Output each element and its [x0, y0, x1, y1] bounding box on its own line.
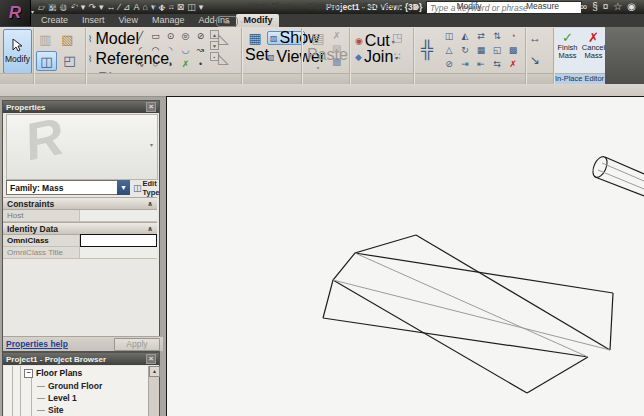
geometry-panel-label: Geometry: [350, 1, 412, 11]
project-browser-tree: − Floor Plans Ground Floor Level 1 Site …: [4, 366, 148, 416]
move-tool-icon[interactable]: ╬: [417, 32, 437, 68]
modify-tool-icon[interactable]: ◱: [489, 43, 505, 57]
property-input-focused[interactable]: [80, 234, 157, 247]
viewer-button[interactable]: ▧ Viewer: [267, 48, 301, 66]
draw-mode-icon: ⌇: [88, 34, 92, 44]
draw-tool-icon[interactable]: ⊘: [193, 29, 208, 43]
tree-item[interactable]: Ground Floor: [37, 380, 102, 392]
modify-tool-icon[interactable]: ⇤: [473, 57, 489, 71]
paste-button[interactable]: ▤ Paste ▾: [307, 30, 329, 71]
geometry-icon[interactable]: ◳: [392, 31, 402, 44]
tree-item[interactable]: Site: [37, 404, 102, 416]
modify-tool-icon[interactable]: ◭: [457, 29, 473, 43]
tree-item[interactable]: Level 1: [37, 392, 102, 404]
draw-tool-icon[interactable]: ◝: [163, 43, 178, 57]
app-logo[interactable]: R: [0, 0, 31, 26]
properties-panel-icon[interactable]: ▥: [36, 30, 55, 48]
type-selector-chevron-icon[interactable]: ▼: [117, 180, 130, 195]
scroll-up-icon[interactable]: ▲: [149, 366, 160, 377]
pick-plane-icon[interactable]: ◺: [218, 50, 229, 66]
draw-tool-icon[interactable]: ○: [148, 57, 163, 71]
modify-tool-icon[interactable]: ⇥: [457, 57, 473, 71]
apply-button[interactable]: Apply: [114, 338, 160, 351]
modify-tool-icon[interactable]: ⇆: [489, 57, 505, 71]
modify-tool-icon[interactable]: ◫: [441, 29, 457, 43]
titlebar-icon[interactable]: ¤: [603, 1, 609, 13]
modify-tool-icon[interactable]: ⇄: [473, 29, 489, 43]
draw-tool-icon[interactable]: ✗: [178, 57, 193, 71]
modify-select-button[interactable]: Modify: [3, 29, 32, 74]
modify-tool-icon[interactable]: △: [441, 43, 457, 57]
preview-scroll-icon[interactable]: ▾: [150, 141, 153, 148]
collapse-icon[interactable]: ∧: [147, 200, 153, 208]
measure-icon[interactable]: ↔: [529, 31, 541, 45]
properties-help-link[interactable]: Properties help: [6, 339, 68, 349]
draw-tool-icon[interactable]: ▭: [148, 29, 163, 43]
titlebar-icon[interactable]: ◉: [627, 1, 636, 13]
draw-tool-icon[interactable]: ◠: [148, 43, 163, 57]
modify-tool-icon[interactable]: ⊘: [441, 57, 457, 71]
cancel-mass-button[interactable]: ✗ Cancel Mass: [581, 31, 606, 60]
project-browser-titlebar[interactable]: Project1 - Project Browser ×: [3, 353, 159, 365]
modify-tool-icon[interactable]: ↻: [457, 43, 473, 57]
properties-panel-icon[interactable]: ◫: [36, 51, 57, 71]
modify-tool-icon[interactable]: ⇅: [489, 29, 505, 43]
geometry-icon[interactable]: ∷: [392, 50, 402, 63]
properties-palette-titlebar[interactable]: Properties ×: [3, 101, 159, 113]
finish-mass-button[interactable]: ✓ Finish Mass: [555, 31, 580, 60]
draw-tool-icon[interactable]: ╱: [133, 29, 148, 43]
properties-panel-icon[interactable]: ◰: [60, 51, 79, 69]
group-header-constraints[interactable]: Constraints ∧: [3, 197, 157, 210]
tree-node-floor-plans[interactable]: − Floor Plans: [24, 368, 82, 378]
titlebar-icon[interactable]: ∞: [580, 1, 587, 13]
draw-tool-icon[interactable]: ◗: [163, 57, 178, 71]
measure-icon[interactable]: ↘: [529, 53, 541, 67]
draw-tool-icon[interactable]: •: [193, 57, 208, 71]
titlebar-icon[interactable]: §: [592, 1, 598, 13]
property-row-omniclass-title[interactable]: OmniClass Title: [3, 247, 157, 259]
ribbon-tab[interactable]: Create: [34, 14, 75, 27]
close-icon[interactable]: ×: [146, 102, 156, 112]
draw-tool-icon[interactable]: ↝: [193, 43, 208, 57]
clipboard-icon[interactable]: ▩: [332, 56, 341, 67]
set-workplane-button[interactable]: ▦ Set: [245, 30, 265, 64]
app-menu-chevron-icon[interactable]: ▾: [31, 8, 34, 15]
ribbon-tab[interactable]: View: [112, 14, 145, 27]
ribbon-state-toggle[interactable]: ▭: [216, 16, 238, 27]
draw-mode-icon: ⌇: [88, 54, 92, 64]
properties-panel-icon[interactable]: ▧: [58, 30, 77, 48]
clipboard-icon[interactable]: ▨: [332, 43, 341, 54]
modify-tool-icon[interactable]: ◔: [505, 29, 521, 43]
draw-tool-icon[interactable]: ◜: [133, 43, 148, 57]
project-browser-title: Project1 - Project Browser: [6, 355, 106, 364]
draw-tool-icon[interactable]: ∿: [133, 57, 148, 71]
draw-tool-icon[interactable]: ◡: [178, 43, 193, 57]
draw-tool-icon[interactable]: ⊙: [163, 29, 178, 43]
inplace-panel-label: In-Place Editor: [554, 74, 605, 84]
panel-separator: [553, 28, 555, 84]
property-row-omniclass-number[interactable]: OmniClass Number: [3, 235, 157, 247]
ribbon-tab[interactable]: Insert: [75, 14, 112, 27]
property-row-host[interactable]: Host: [3, 210, 157, 222]
modify-tool-icon[interactable]: ✗: [505, 57, 521, 71]
tree-tick: [37, 398, 45, 399]
titlebar-icon[interactable]: ☆: [613, 1, 622, 13]
edit-type-button[interactable]: ◫ Edit Type: [133, 180, 159, 195]
clipboard-icon[interactable]: ✗: [332, 30, 341, 41]
modify-tool-icon[interactable]: ▩: [505, 43, 521, 57]
draw-tool-icon[interactable]: ◎: [178, 29, 193, 43]
ribbon-state-chevron-icon[interactable]: ▾: [240, 18, 243, 25]
pick-plane-icon[interactable]: ◺: [218, 30, 229, 46]
revit-logo-letter: R: [9, 3, 21, 23]
close-icon[interactable]: ×: [146, 354, 156, 364]
show-workplane-button[interactable]: ▨ Show: [267, 31, 305, 45]
collapse-icon[interactable]: ∧: [147, 225, 153, 233]
modify-tool-icon[interactable]: ▦: [473, 43, 489, 57]
measure-buttons: ↔↘: [529, 31, 541, 67]
project-browser-scrollbar[interactable]: ▲: [148, 366, 159, 416]
property-label: Host: [3, 210, 80, 221]
type-selector-dropdown[interactable]: Family: Mass: [6, 180, 124, 195]
tree-collapse-icon[interactable]: −: [24, 369, 33, 378]
ribbon-tab[interactable]: Manage: [145, 14, 192, 27]
cylinder-element[interactable]: [590, 155, 644, 196]
